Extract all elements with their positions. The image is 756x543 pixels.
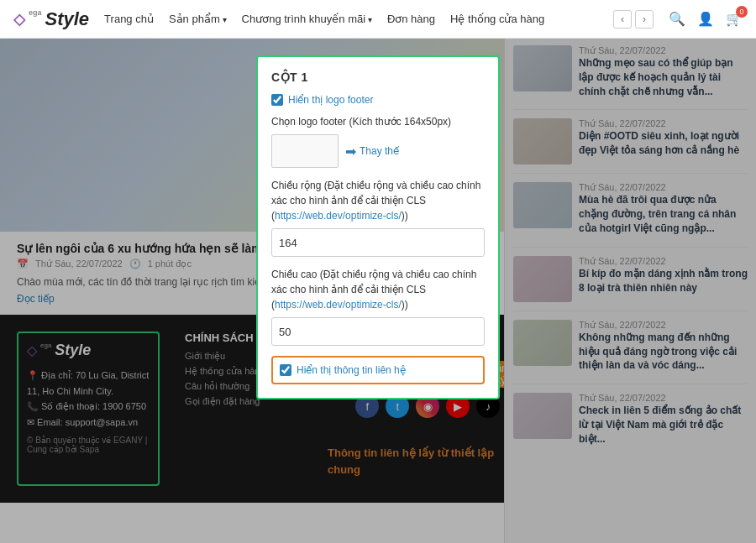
nav-prev-arrow[interactable]: ‹ xyxy=(613,10,632,29)
nav-links: Trang chủ Sản phẩm Chương trình khuyến m… xyxy=(104,13,598,25)
cart-badge: 0 xyxy=(736,6,748,18)
show-contact-label[interactable]: Hiển thị thông tin liên hệ xyxy=(297,364,406,376)
diamond-icon: ◇ xyxy=(13,10,25,29)
show-contact-checkbox[interactable] xyxy=(280,364,291,376)
nav-orders[interactable]: Đơn hàng xyxy=(387,13,435,25)
nav-promotions[interactable]: Chương trình khuyến mãi xyxy=(242,13,372,25)
cls-link-height[interactable]: https://web.dev/optimize-cls/ xyxy=(275,299,402,311)
nav-action-icons: 🔍 👤 🛒 0 xyxy=(669,11,743,27)
nav-products[interactable]: Sản phẩm xyxy=(169,13,227,25)
show-logo-label[interactable]: Hiển thị logo footer xyxy=(288,94,373,106)
replace-icon: ➡ xyxy=(345,144,356,159)
height-label: Chiều cao (Đặt chiều rộng và chiều cao c… xyxy=(271,267,485,312)
image-picker-row: ➡ Thay thế xyxy=(271,134,485,168)
height-input[interactable]: 50 xyxy=(271,317,485,346)
logo-ega: ega xyxy=(29,8,42,17)
replace-label: Thay thế xyxy=(360,145,399,157)
cart-icon[interactable]: 🛒 0 xyxy=(726,11,743,27)
cls-link-width[interactable]: https://web.dev/optimize-cls/ xyxy=(275,210,402,222)
logo-style: Style xyxy=(45,8,90,30)
choose-logo-label: Chọn logo footer (Kích thước 164x50px) xyxy=(271,114,485,129)
choose-logo-row: Chọn logo footer (Kích thước 164x50px) ➡… xyxy=(271,114,485,168)
navbar: ◇ ega Style Trang chủ Sản phẩm Chương tr… xyxy=(0,0,756,39)
show-logo-row: Hiển thị logo footer xyxy=(271,94,485,106)
height-row: Chiều cao (Đặt chiều rộng và chiều cao c… xyxy=(271,267,485,346)
nav-next-arrow[interactable]: › xyxy=(635,10,654,29)
settings-panel: CỘT 1 Hiển thị logo footer Chọn logo foo… xyxy=(256,55,500,399)
modal-title: CỘT 1 xyxy=(271,70,485,84)
modal-overlay: CỘT 1 Hiển thị logo footer Chọn logo foo… xyxy=(0,39,756,543)
width-row: Chiều rộng (Đặt chiều rộng và chiều cao … xyxy=(271,178,485,257)
user-icon[interactable]: 👤 xyxy=(697,11,714,27)
nav-arrows: ‹ › xyxy=(613,10,654,29)
main-area: Sự lên ngôi của 6 xu hướng hứa hẹn sẽ là… xyxy=(0,39,756,543)
show-logo-checkbox[interactable] xyxy=(271,94,283,106)
nav-stores[interactable]: Hệ thống cửa hàng xyxy=(450,13,544,25)
width-input[interactable]: 164 xyxy=(271,228,485,257)
site-logo[interactable]: ◇ ega Style xyxy=(13,8,89,30)
search-icon[interactable]: 🔍 xyxy=(669,11,685,27)
width-label: Chiều rộng (Đặt chiều rộng và chiều cao … xyxy=(271,178,485,223)
logo-preview-box xyxy=(271,134,339,168)
replace-logo-button[interactable]: ➡ Thay thế xyxy=(345,144,399,159)
nav-home[interactable]: Trang chủ xyxy=(104,13,154,25)
show-contact-section: Hiển thị thông tin liên hệ xyxy=(271,356,485,384)
show-contact-row: Hiển thị thông tin liên hệ xyxy=(280,364,476,376)
